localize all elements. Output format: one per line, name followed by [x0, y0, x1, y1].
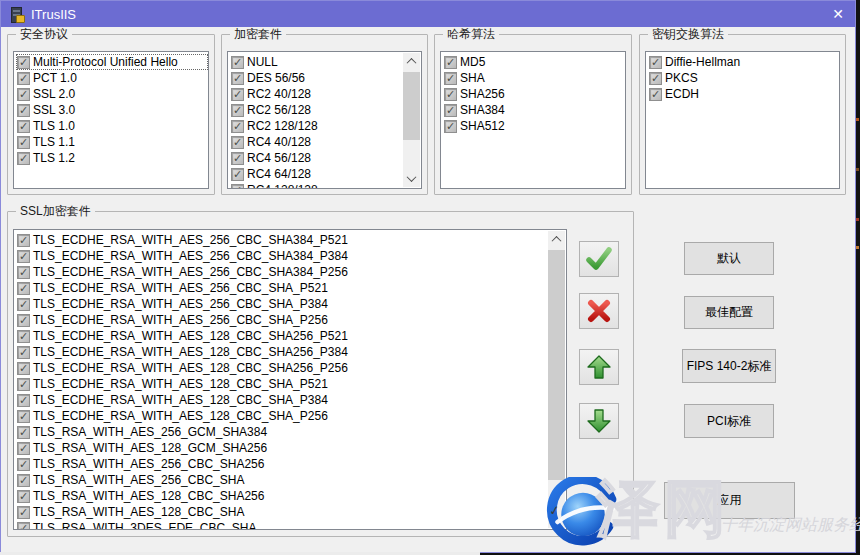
list-item[interactable]: ✓TLS 1.2 [16, 150, 208, 166]
checkbox-checked-icon[interactable]: ✓ [17, 298, 30, 311]
checkbox-checked-icon[interactable]: ✓ [17, 88, 30, 101]
list-item[interactable]: ✓SHA512 [443, 118, 625, 134]
checkbox-checked-icon[interactable]: ✓ [17, 250, 30, 263]
checkbox-checked-icon[interactable]: ✓ [444, 88, 457, 101]
checkbox-checked-icon[interactable]: ✓ [444, 72, 457, 85]
list-item[interactable]: ✓TLS_ECDHE_RSA_WITH_AES_128_CBC_SHA_P256 [16, 408, 566, 424]
scrollbar[interactable] [403, 53, 420, 187]
list-item[interactable]: ✓TLS_RSA_WITH_AES_256_CBC_SHA256 [16, 456, 566, 472]
hash-list[interactable]: ✓MD5✓SHA✓SHA256✓SHA384✓SHA512 [440, 51, 626, 189]
checkbox-checked-icon[interactable]: ✓ [17, 410, 30, 423]
list-item[interactable]: ✓TLS_ECDHE_RSA_WITH_AES_128_CBC_SHA_P521 [16, 376, 566, 392]
list-item[interactable]: ✓TLS_ECDHE_RSA_WITH_AES_128_CBC_SHA256_P… [16, 328, 566, 344]
scrollbar-thumb[interactable] [548, 250, 565, 480]
list-item[interactable]: ✓DES 56/56 [230, 70, 421, 86]
fips-button[interactable]: FIPS 140-2标准 [682, 349, 776, 383]
checkbox-checked-icon[interactable]: ✓ [649, 72, 662, 85]
checkbox-checked-icon[interactable]: ✓ [231, 72, 244, 85]
checkbox-checked-icon[interactable]: ✓ [17, 136, 30, 149]
best-config-button[interactable]: 最佳配置 [684, 296, 774, 329]
checkbox-checked-icon[interactable]: ✓ [231, 56, 244, 69]
list-item[interactable]: ✓SHA256 [443, 86, 625, 102]
list-item[interactable]: ✓TLS_RSA_WITH_AES_128_GCM_SHA256 [16, 440, 566, 456]
scrollbar[interactable] [548, 231, 565, 528]
key-exchange-list[interactable]: ✓Diffie-Hellman✓PKCS✓ECDH [645, 51, 840, 189]
checkbox-checked-icon[interactable]: ✓ [17, 458, 30, 471]
scroll-down-button[interactable] [548, 511, 565, 528]
list-item[interactable]: ✓TLS_RSA_WITH_3DES_EDE_CBC_SHA [16, 520, 566, 530]
list-item[interactable]: ✓TLS_ECDHE_RSA_WITH_AES_256_CBC_SHA_P521 [16, 280, 566, 296]
checkbox-checked-icon[interactable]: ✓ [17, 362, 30, 375]
checkbox-checked-icon[interactable]: ✓ [17, 330, 30, 343]
list-item[interactable]: ✓SSL 3.0 [16, 102, 208, 118]
list-item[interactable]: ✓SHA384 [443, 102, 625, 118]
ssl-suite-list[interactable]: ✓TLS_ECDHE_RSA_WITH_AES_256_CBC_SHA384_P… [13, 229, 567, 530]
checkbox-checked-icon[interactable]: ✓ [17, 506, 30, 519]
list-item[interactable]: ✓TLS 1.1 [16, 134, 208, 150]
checkbox-checked-icon[interactable]: ✓ [17, 152, 30, 165]
list-item[interactable]: ✓TLS_ECDHE_RSA_WITH_AES_256_CBC_SHA384_P… [16, 248, 566, 264]
default-button[interactable]: 默认 [684, 242, 774, 275]
list-item[interactable]: ✓TLS_ECDHE_RSA_WITH_AES_256_CBC_SHA384_P… [16, 264, 566, 280]
scroll-up-button[interactable] [548, 231, 565, 248]
checkbox-checked-icon[interactable]: ✓ [17, 314, 30, 327]
list-item[interactable]: ✓SSL 2.0 [16, 86, 208, 102]
list-item[interactable]: ✓ECDH [648, 86, 839, 102]
checkbox-checked-icon[interactable]: ✓ [17, 490, 30, 503]
checkbox-checked-icon[interactable]: ✓ [231, 184, 244, 190]
scroll-up-button[interactable] [403, 53, 420, 70]
scroll-down-button[interactable] [403, 170, 420, 187]
checkbox-checked-icon[interactable]: ✓ [231, 168, 244, 181]
checkbox-checked-icon[interactable]: ✓ [231, 136, 244, 149]
list-item[interactable]: ✓RC2 40/128 [230, 86, 421, 102]
list-item[interactable]: ✓RC4 128/128 [230, 182, 421, 189]
list-item[interactable]: ✓TLS_ECDHE_RSA_WITH_AES_256_CBC_SHA_P256 [16, 312, 566, 328]
checkbox-checked-icon[interactable]: ✓ [444, 120, 457, 133]
move-up-button[interactable] [579, 349, 619, 385]
list-item[interactable]: ✓TLS_ECDHE_RSA_WITH_AES_256_CBC_SHA384_P… [16, 232, 566, 248]
checkbox-checked-icon[interactable]: ✓ [17, 282, 30, 295]
scrollbar-thumb[interactable] [403, 72, 420, 140]
checkbox-checked-icon[interactable]: ✓ [17, 104, 30, 117]
checkbox-checked-icon[interactable]: ✓ [17, 72, 30, 85]
checkbox-checked-icon[interactable]: ✓ [17, 474, 30, 487]
checkbox-checked-icon[interactable]: ✓ [231, 120, 244, 133]
checkbox-checked-icon[interactable]: ✓ [231, 88, 244, 101]
list-item[interactable]: ✓Multi-Protocol Unified Hello [16, 54, 208, 70]
list-item[interactable]: ✓TLS_RSA_WITH_AES_256_GCM_SHA384 [16, 424, 566, 440]
list-item[interactable]: ✓TLS_ECDHE_RSA_WITH_AES_128_CBC_SHA256_P… [16, 360, 566, 376]
list-item[interactable]: ✓TLS_RSA_WITH_AES_256_CBC_SHA [16, 472, 566, 488]
list-item[interactable]: ✓NULL [230, 54, 421, 70]
cipher-list[interactable]: ✓NULL✓DES 56/56✓RC2 40/128✓RC2 56/128✓RC… [227, 51, 422, 189]
checkbox-checked-icon[interactable]: ✓ [17, 426, 30, 439]
list-item[interactable]: ✓TLS 1.0 [16, 118, 208, 134]
list-item[interactable]: ✓SHA [443, 70, 625, 86]
list-item[interactable]: ✓RC2 56/128 [230, 102, 421, 118]
list-item[interactable]: ✓TLS_RSA_WITH_AES_128_CBC_SHA [16, 504, 566, 520]
list-item[interactable]: ✓MD5 [443, 54, 625, 70]
pci-button[interactable]: PCI标准 [684, 404, 774, 438]
delete-button[interactable] [579, 293, 619, 329]
checkbox-checked-icon[interactable]: ✓ [17, 346, 30, 359]
checkbox-checked-icon[interactable]: ✓ [17, 442, 30, 455]
protocol-list[interactable]: ✓Multi-Protocol Unified Hello✓PCT 1.0✓SS… [13, 51, 209, 189]
list-item[interactable]: ✓RC4 56/128 [230, 150, 421, 166]
list-item[interactable]: ✓PKCS [648, 70, 839, 86]
list-item[interactable]: ✓RC2 128/128 [230, 118, 421, 134]
list-item[interactable]: ✓TLS_ECDHE_RSA_WITH_AES_128_CBC_SHA_P384 [16, 392, 566, 408]
checkbox-checked-icon[interactable]: ✓ [17, 522, 30, 531]
checkbox-checked-icon[interactable]: ✓ [17, 266, 30, 279]
checkbox-checked-icon[interactable]: ✓ [17, 56, 30, 69]
confirm-button[interactable] [579, 241, 619, 277]
move-down-button[interactable] [579, 403, 619, 439]
checkbox-checked-icon[interactable]: ✓ [17, 394, 30, 407]
checkbox-checked-icon[interactable]: ✓ [444, 104, 457, 117]
list-item[interactable]: ✓Diffie-Hellman [648, 54, 839, 70]
list-item[interactable]: ✓RC4 40/128 [230, 134, 421, 150]
checkbox-checked-icon[interactable]: ✓ [17, 234, 30, 247]
list-item[interactable]: ✓PCT 1.0 [16, 70, 208, 86]
list-item[interactable]: ✓TLS_RSA_WITH_AES_128_CBC_SHA256 [16, 488, 566, 504]
checkbox-checked-icon[interactable]: ✓ [231, 152, 244, 165]
list-item[interactable]: ✓TLS_ECDHE_RSA_WITH_AES_128_CBC_SHA256_P… [16, 344, 566, 360]
list-item[interactable]: ✓TLS_ECDHE_RSA_WITH_AES_256_CBC_SHA_P384 [16, 296, 566, 312]
